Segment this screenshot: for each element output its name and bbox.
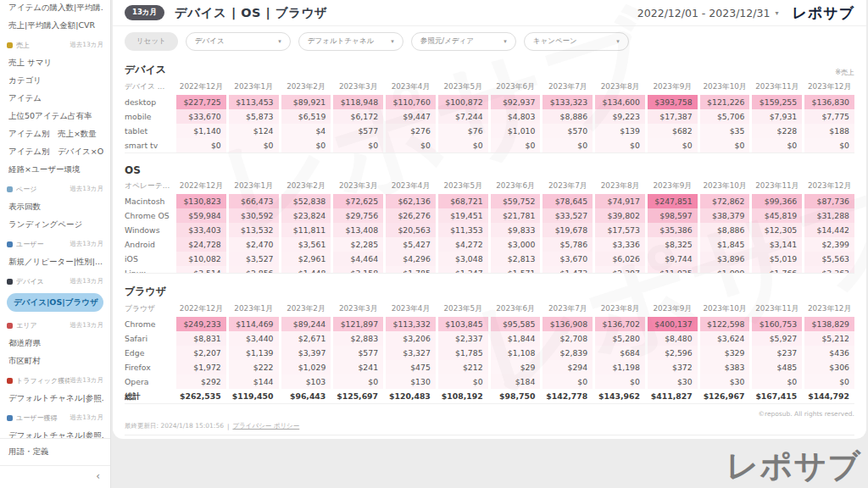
value-cell: $6,172 — [333, 109, 383, 124]
value-cell: $98,597 — [648, 208, 698, 223]
sidebar-section-header: デバイス過去13カ月 — [7, 276, 103, 286]
value-cell: $0 — [542, 138, 593, 152]
value-cell: $485 — [752, 360, 802, 374]
sidebar-item[interactable]: 上位50アイテム占有率 — [8, 110, 103, 122]
sidebar-item[interactable]: デフォルトチャネル|参照... — [8, 392, 103, 404]
sidebar-item[interactable]: デフォルトチャネル|参照... — [8, 430, 103, 438]
value-cell: $1,198 — [595, 360, 645, 374]
sidebar-collapse-icon[interactable]: ‹ — [0, 465, 110, 488]
sidebar-item[interactable]: 経路×ユーザー環境 — [8, 164, 103, 175]
value-cell: $2,813 — [491, 252, 541, 266]
total-value-cell: $126,967 — [700, 389, 750, 403]
table-os: OSオペレーテ...2022年12月2023年1月2023年2月2023年3月2… — [125, 164, 854, 274]
month-header: 2023年5月 — [438, 178, 488, 194]
sidebar: アイテムの購入数|平均購...売上|平均購入金額|CVR売上過去13カ月売上 サ… — [0, 0, 111, 488]
value-cell: $2,285 — [333, 237, 383, 252]
month-header: 2023年4月 — [386, 79, 436, 95]
sidebar-item[interactable]: 新規／リピーター|性別|... — [8, 256, 103, 268]
value-cell: $0 — [700, 138, 750, 152]
value-cell: $1,473 — [542, 266, 593, 274]
value-cell: $134,600 — [595, 95, 645, 109]
section-period-meta: 過去13カ月 — [70, 240, 103, 248]
value-cell: $7,244 — [438, 109, 488, 124]
value-cell: $577 — [333, 346, 383, 360]
sidebar-item[interactable]: 売上|平均購入金額|CVR — [8, 19, 103, 31]
total-value-cell: $98,750 — [491, 389, 541, 403]
section-label: デバイス — [16, 277, 70, 286]
column-header: ブラウザ — [125, 301, 174, 317]
value-cell: $9,223 — [595, 109, 645, 124]
row-label: Edge — [125, 346, 174, 360]
row-label: Chrome OS — [125, 208, 174, 223]
sidebar-item[interactable]: 都道府県 — [8, 337, 103, 349]
value-cell: $570 — [542, 124, 593, 138]
month-header: 2023年4月 — [386, 178, 436, 194]
month-header: 2023年8月 — [595, 301, 645, 317]
value-cell: $5,427 — [386, 237, 436, 252]
sidebar-item[interactable]: カテゴリ — [8, 75, 103, 86]
value-cell: $188 — [804, 124, 854, 138]
value-cell: $0 — [333, 138, 383, 152]
value-cell: $6,026 — [595, 252, 645, 266]
month-header: 2023年11月 — [752, 178, 802, 194]
dropdown-label: 参照元/メディア — [420, 36, 474, 47]
total-row-label: 総計 — [125, 389, 174, 403]
filter-dropdown[interactable]: デフォルトチャネル▾ — [298, 32, 403, 51]
date-range-selector[interactable]: 2022/12/01 - 2023/12/31 — [637, 7, 771, 19]
chevron-down-icon[interactable]: ▾ — [775, 9, 778, 17]
value-cell: $95,585 — [491, 317, 541, 331]
sidebar-item[interactable]: アイテム別 デバイス×OS×... — [8, 146, 103, 158]
value-cell: $0 — [386, 138, 436, 152]
sidebar-item[interactable]: 表示回数 — [8, 201, 103, 213]
sidebar-item[interactable]: ランディングページ — [8, 219, 103, 230]
value-cell: $2,207 — [176, 346, 226, 360]
total-value-cell: $120,483 — [386, 389, 436, 403]
sidebar-item[interactable]: アイテム — [8, 92, 103, 104]
value-cell: $74,917 — [595, 194, 645, 208]
table-note: ※売上 — [835, 68, 854, 77]
value-cell: $5,212 — [804, 331, 854, 346]
value-cell: $2,399 — [804, 237, 854, 252]
privacy-policy-link[interactable]: プライバシー ポリシー — [232, 422, 299, 430]
value-cell: $130 — [386, 374, 436, 389]
month-header: 2023年8月 — [595, 178, 645, 194]
sidebar-item[interactable]: アイテム別 売上×数量 — [8, 128, 103, 140]
month-header: 2023年9月 — [648, 178, 698, 194]
value-cell: $13,532 — [229, 223, 279, 237]
sidebar-item[interactable]: 売上 サマリ — [8, 57, 103, 69]
sidebar-item[interactable]: 市区町村 — [8, 355, 103, 367]
sidebar-item-active[interactable]: デバイス|OS|ブラウザ — [7, 293, 103, 312]
value-cell: $21,781 — [491, 208, 541, 223]
sidebar-list: アイテムの購入数|平均購...売上|平均購入金額|CVR売上過去13カ月売上 サ… — [0, 0, 110, 438]
month-header: 2023年10月 — [700, 301, 750, 317]
sidebar-section-header: エリア過去13カ月 — [7, 320, 103, 330]
value-cell: $38,379 — [700, 208, 750, 223]
month-header: 2023年12月 — [804, 79, 854, 95]
value-cell: $3,048 — [438, 252, 488, 266]
row-label: smart tv — [125, 138, 174, 152]
section-label: エリア — [16, 321, 70, 330]
filter-dropdown[interactable]: 参照元/メディア▾ — [411, 32, 516, 51]
value-cell: $103,845 — [438, 317, 488, 331]
row-label: Windows — [125, 223, 174, 237]
value-cell: $3,514 — [176, 266, 226, 274]
value-cell: $2,307 — [595, 266, 645, 274]
sidebar-item[interactable]: アイテムの購入数|平均購... — [8, 2, 103, 14]
value-cell: $2,596 — [648, 346, 698, 360]
value-cell: $20,563 — [386, 223, 436, 237]
value-cell: $0 — [804, 138, 854, 152]
value-cell: $0 — [804, 374, 854, 389]
value-cell: $12,305 — [752, 223, 802, 237]
value-cell: $30,592 — [229, 208, 279, 223]
value-cell: $1,972 — [176, 360, 226, 374]
filter-dropdown[interactable]: デバイス▾ — [186, 32, 291, 51]
filter-dropdown[interactable]: キャンペーン▾ — [524, 32, 629, 51]
table-browser: ブラウザブラウザ2022年12月2023年1月2023年2月2023年3月202… — [125, 285, 854, 404]
value-cell: $11,353 — [438, 223, 488, 237]
sidebar-item-glossary[interactable]: 用語・定義 — [0, 438, 110, 465]
value-cell: $212 — [438, 360, 488, 374]
value-cell: $1,785 — [386, 266, 436, 274]
month-header: 2023年10月 — [700, 79, 750, 95]
map-icon — [7, 323, 13, 329]
reset-button[interactable]: リセット — [125, 32, 178, 51]
